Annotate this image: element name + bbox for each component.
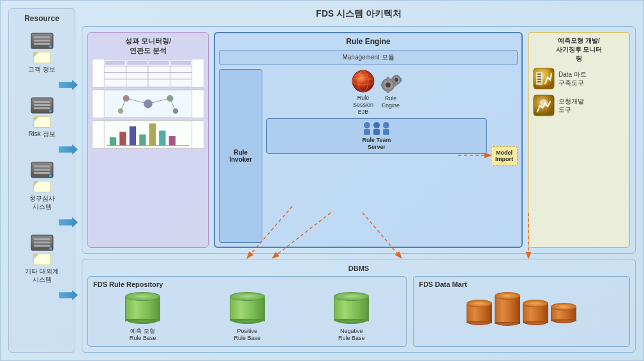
- fds-rule-title: FDS Rule Repository: [93, 280, 401, 288]
- svg-rect-42: [110, 137, 116, 146]
- main-title: FDS 시스템 아키텍처: [82, 8, 636, 20]
- svg-rect-44: [130, 126, 136, 145]
- svg-rect-7: [34, 104, 50, 106]
- rule-invoker-label: RuleInvoker: [229, 149, 252, 163]
- predict-item-1: Data 마트구축도구: [532, 67, 625, 90]
- orange-cyl-bottom-1: [467, 321, 492, 325]
- server-icon-4: [30, 234, 54, 252]
- screenshot-2: [92, 89, 204, 118]
- svg-rect-48: [169, 136, 176, 146]
- svg-rect-74: [537, 73, 541, 75]
- predict-title: 예측모형 개발/사기징후 모니터링: [532, 36, 625, 63]
- rule-team-server-label: Rule TeamServer: [363, 137, 391, 151]
- orange-cyl-bottom-4: [551, 319, 576, 323]
- screenshot-3: [92, 120, 204, 149]
- svg-rect-6: [34, 101, 50, 103]
- rule-session-ejb-item: RuleSessionEJB: [351, 69, 375, 115]
- svg-rect-28: [127, 61, 147, 65]
- globe-icon: [351, 69, 375, 93]
- model-import-box: ModelImport: [491, 146, 518, 165]
- svg-rect-27: [105, 61, 125, 65]
- gears-icon: [379, 75, 402, 94]
- svg-rect-69: [373, 129, 380, 135]
- perf-monitor-box: 성과 모니터링/연관도 분석: [87, 32, 209, 248]
- cyl-bottom-2: [230, 319, 265, 324]
- predict-item-2: 모형개발도구: [532, 94, 625, 117]
- data-mart-label: Data 마트구축도구: [558, 70, 587, 87]
- orange-cylinder-shape-3: [523, 300, 548, 327]
- svg-point-70: [383, 122, 389, 128]
- svg-point-61: [394, 78, 398, 82]
- db-cylinder-3: NegativeRule Base: [334, 292, 369, 342]
- db-cylinder-2: PositiveRule Base: [230, 292, 265, 342]
- cyl-top-3: [334, 292, 369, 301]
- svg-point-9: [49, 110, 52, 112]
- predict-box: 예측모형 개발/사기징후 모니터링: [528, 32, 630, 248]
- svg-rect-67: [364, 129, 370, 135]
- svg-point-14: [49, 174, 52, 177]
- top-panel: 성과 모니터링/연관도 분석: [82, 26, 636, 254]
- rule-engine-inner: RuleInvoker: [219, 69, 518, 243]
- rule-session-ejb-label: RuleSessionEJB: [353, 95, 373, 115]
- arrow-right-4: [59, 290, 78, 300]
- svg-rect-71: [383, 129, 389, 135]
- svg-rect-75: [537, 76, 541, 77]
- resource-title: Resource: [12, 14, 71, 23]
- arrow-right-3: [59, 217, 78, 227]
- svg-point-4: [49, 45, 52, 48]
- svg-point-55: [386, 82, 391, 88]
- svg-rect-64: [391, 79, 394, 81]
- orange-cyl-bottom-2: [495, 322, 520, 326]
- cyl-top-2: [230, 292, 265, 301]
- db-cylinder-1: 예측 모형Rule Base: [125, 292, 160, 342]
- model-dev-icon: [532, 94, 555, 117]
- svg-rect-77: [537, 81, 541, 82]
- orange-cylinder-2: [495, 292, 520, 327]
- db-label-3: NegativeRule Base: [338, 328, 365, 342]
- server-icon-2: [30, 96, 54, 114]
- orange-cyl-top-2: [495, 292, 520, 300]
- rule-center: RuleSessionEJB: [266, 69, 487, 243]
- model-dev-label: 모형개발도구: [558, 97, 584, 114]
- perf-monitor-title: 성과 모니터링/연관도 분석: [125, 36, 171, 56]
- orange-cylinder-1: [467, 300, 492, 327]
- orange-cyl-bottom-3: [523, 321, 548, 325]
- arrow-right-1: [59, 80, 78, 90]
- fds-rule-items: 예측 모형Rule Base PositiveRule Base: [93, 292, 401, 342]
- orange-cylinder-shape-1: [467, 300, 492, 327]
- orange-cylinder-shape-2: [495, 292, 520, 327]
- orange-cyl-body-2: [495, 296, 520, 324]
- data-mart-icon: [532, 67, 555, 90]
- svg-rect-2: [34, 40, 50, 42]
- resource-item-4: 기타 대외계시스템: [12, 234, 71, 284]
- svg-rect-62: [395, 75, 398, 77]
- fds-data-title: FDS Data Mart: [419, 280, 624, 288]
- screenshot-1: [92, 59, 204, 88]
- cylinder-shape-1: [125, 292, 160, 325]
- resource-panel: Resource 고객 정보: [8, 8, 75, 353]
- svg-rect-3: [34, 43, 50, 45]
- resource-item-2: Risk 정보: [12, 96, 71, 138]
- svg-rect-76: [537, 79, 541, 80]
- svg-rect-12: [34, 169, 50, 171]
- people-icon: [361, 121, 393, 135]
- svg-rect-16: [34, 238, 50, 240]
- resource-label-3: 청구심사시스템: [29, 194, 55, 211]
- svg-rect-43: [119, 132, 126, 146]
- rule-engine-title: Rule Engine: [219, 37, 518, 46]
- rule-engine-box: Rule Engine Management 모듈 RuleInvoker: [214, 32, 523, 248]
- bottom-content: FDS Rule Repository 예측 모형Rule Base: [87, 276, 630, 347]
- resource-item-3: 청구심사시스템: [12, 161, 71, 211]
- svg-point-50: [352, 70, 374, 92]
- svg-rect-57: [387, 89, 389, 93]
- rule-engine-small-label: RuleEngine: [382, 95, 400, 109]
- rule-invoker-box: RuleInvoker: [219, 69, 262, 243]
- orange-cylinder-4: [551, 303, 576, 327]
- svg-rect-56: [387, 77, 389, 81]
- svg-rect-18: [34, 245, 50, 247]
- predict-items: Data 마트구축도구: [532, 67, 625, 117]
- svg-rect-29: [149, 61, 169, 65]
- db-label-1: 예측 모형Rule Base: [130, 328, 156, 342]
- right-panel: FDS 시스템 아키텍처 성과 모니터링/연관도 분석: [82, 8, 636, 353]
- fds-data-box: FDS Data Mart: [413, 276, 630, 347]
